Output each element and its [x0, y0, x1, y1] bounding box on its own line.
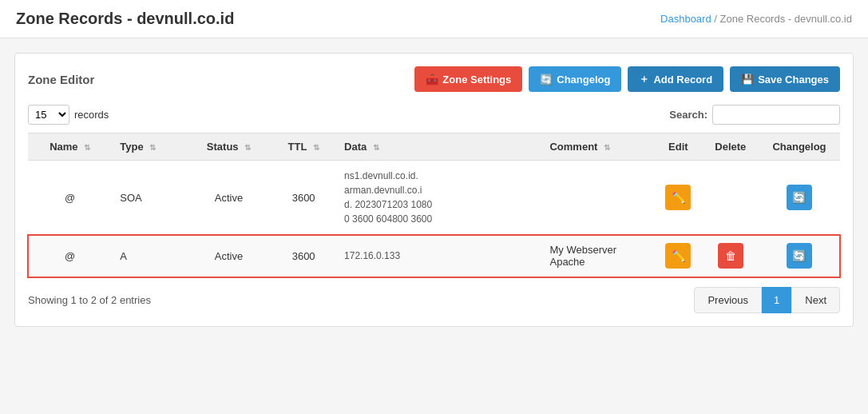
- zone-settings-icon: 🧰: [426, 74, 438, 86]
- cell-changelog: 🔄: [759, 161, 840, 235]
- add-icon: ＋: [639, 72, 649, 86]
- cell-type: SOA: [112, 161, 187, 235]
- sort-icon-status[interactable]: ⇅: [244, 143, 251, 152]
- next-button[interactable]: Next: [791, 287, 840, 313]
- zone-editor-title: Zone Editor: [28, 73, 94, 86]
- sort-icon-comment[interactable]: ⇅: [604, 143, 610, 152]
- cell-ttl: 3600: [271, 235, 336, 277]
- cell-changelog: 🔄: [759, 235, 840, 277]
- pagination: Previous 1 Next: [694, 287, 840, 313]
- changelog-button-0[interactable]: 🔄: [787, 185, 812, 210]
- cell-status: Active: [187, 235, 271, 277]
- cell-comment: My Webserver Apache: [541, 235, 653, 277]
- cell-status: Active: [187, 161, 271, 235]
- records-per-page-select[interactable]: 15 25 50 100: [28, 105, 69, 125]
- cell-name: @: [28, 235, 112, 277]
- col-header-edit: Edit: [654, 133, 703, 161]
- col-header-name: Name ⇅: [28, 133, 112, 161]
- records-label: records: [74, 109, 109, 121]
- breadcrumb: Dashboard / Zone Records - devnull.co.id: [660, 13, 852, 25]
- breadcrumb-separator: /: [714, 13, 719, 25]
- col-header-ttl: TTL ⇅: [271, 133, 336, 161]
- table-row: @ SOA Active 3600 ns1.devnull.co.id.arma…: [28, 161, 840, 235]
- delete-button-1[interactable]: 🗑: [718, 243, 743, 269]
- sort-icon-ttl[interactable]: ⇅: [313, 143, 319, 152]
- col-header-type: Type ⇅: [112, 133, 187, 161]
- cell-data: ns1.devnull.co.id.arman.devnull.co.id. 2…: [336, 161, 541, 235]
- cell-delete: [703, 161, 759, 235]
- edit-button-0[interactable]: ✏️: [665, 185, 691, 210]
- cell-type: A: [112, 235, 187, 277]
- add-record-button[interactable]: ＋ Add Record: [628, 66, 723, 92]
- sort-icon-name[interactable]: ⇅: [84, 143, 90, 152]
- col-header-data: Data ⇅: [336, 133, 541, 161]
- breadcrumb-dashboard[interactable]: Dashboard: [660, 13, 711, 25]
- page-title: Zone Records - devnull.co.id: [16, 10, 234, 28]
- cell-data: 172.16.0.133: [336, 235, 541, 277]
- changelog-button-1[interactable]: 🔄: [787, 243, 812, 269]
- sort-icon-type[interactable]: ⇅: [149, 143, 156, 152]
- search-group: Search:: [669, 105, 840, 125]
- page-1-button[interactable]: 1: [762, 287, 791, 313]
- zone-settings-button[interactable]: 🧰 Zone Settings: [414, 66, 522, 92]
- breadcrumb-current: Zone Records - devnull.co.id: [720, 13, 852, 25]
- records-table: Name ⇅ Type ⇅ Status ⇅ TTL ⇅ Data ⇅ Comm…: [28, 133, 840, 277]
- toolbar-buttons: 🧰 Zone Settings 🔄 Changelog ＋ Add Record…: [414, 66, 840, 92]
- cell-edit: ✏️: [654, 161, 703, 235]
- changelog-icon: 🔄: [540, 74, 553, 86]
- changelog-button[interactable]: 🔄 Changelog: [529, 66, 621, 92]
- table-row: @ A Active 3600 172.16.0.133 My Webserve…: [28, 235, 840, 277]
- sort-icon-data[interactable]: ⇅: [373, 143, 379, 152]
- cell-ttl: 3600: [271, 161, 336, 235]
- previous-button[interactable]: Previous: [694, 287, 762, 313]
- cell-edit: ✏️: [654, 235, 703, 277]
- save-changes-button[interactable]: 💾 Save Changes: [730, 66, 840, 92]
- search-label: Search:: [669, 109, 707, 121]
- search-input[interactable]: [712, 105, 840, 125]
- cell-delete: 🗑: [703, 235, 759, 277]
- col-header-changelog: Changelog: [759, 133, 840, 161]
- records-per-page-group: 15 25 50 100 records: [28, 105, 109, 125]
- col-header-delete: Delete: [703, 133, 759, 161]
- col-header-status: Status ⇅: [187, 133, 271, 161]
- edit-button-1[interactable]: ✏️: [665, 243, 691, 269]
- showing-label: Showing 1 to 2 of 2 entries: [28, 294, 151, 306]
- cell-name: @: [28, 161, 112, 235]
- cell-comment: [541, 161, 653, 235]
- col-header-comment: Comment ⇅: [541, 133, 653, 161]
- save-icon: 💾: [741, 74, 754, 86]
